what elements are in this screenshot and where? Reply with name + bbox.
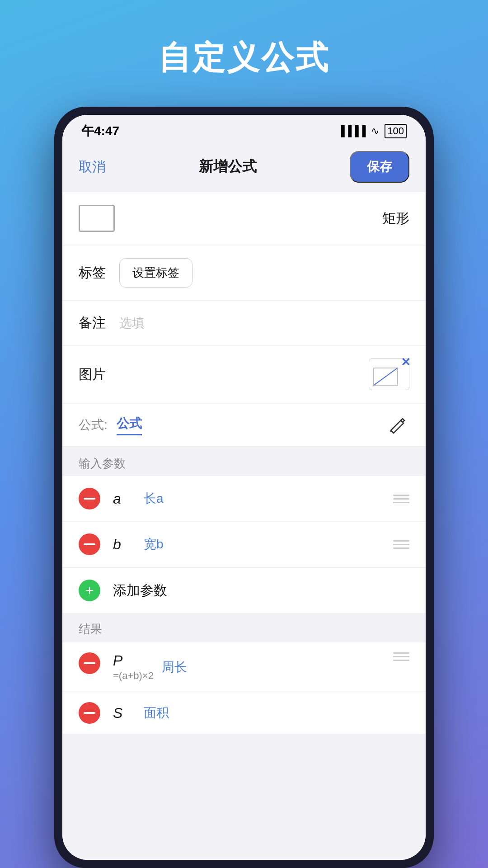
result-p-name: P	[113, 652, 154, 669]
results-section-header: 结果	[62, 613, 426, 642]
remove-param-a-button[interactable]	[79, 488, 100, 509]
image-diagonal-icon	[373, 368, 398, 386]
drag-handle-p[interactable]	[393, 652, 409, 661]
add-param-row[interactable]: + 添加参数	[62, 567, 426, 613]
param-b-desc: 宽b	[144, 536, 164, 553]
set-tag-button[interactable]: 设置标签	[119, 258, 192, 288]
image-row: 图片 ✕	[62, 346, 426, 403]
remove-result-p-button[interactable]	[79, 652, 100, 674]
status-icons: ▐▐▐▐ ∿ 100	[338, 124, 407, 138]
image-container[interactable]: ✕	[369, 359, 409, 390]
page-title-area: 自定义公式	[0, 0, 488, 107]
drag-handle-a[interactable]	[393, 495, 409, 503]
minus-icon	[84, 662, 95, 664]
result-row-s: S 面积	[62, 692, 426, 734]
drag-handle-b[interactable]	[393, 540, 409, 549]
status-bar: 午4:47 ▐▐▐▐ ∿ 100	[62, 115, 426, 144]
phone-frame: 午4:47 ▐▐▐▐ ∿ 100 取消 新增公式 保存 矩形	[54, 107, 434, 868]
minus-icon	[84, 498, 95, 500]
note-section: 备注 选填	[62, 301, 426, 345]
result-s-name-block: S	[113, 705, 136, 722]
edit-icon	[388, 416, 406, 434]
result-p-formula: =(a+b)×2	[113, 670, 154, 682]
formula-tab-row: 公式: 公式	[62, 404, 426, 447]
remove-result-s-button[interactable]	[79, 702, 100, 724]
wifi-icon: ∿	[371, 125, 379, 137]
status-time: 午4:47	[81, 123, 119, 140]
remove-param-b-button[interactable]	[79, 533, 100, 555]
content-area: 矩形 标签 设置标签 备注 选填 图片	[62, 192, 426, 860]
image-section: 图片 ✕	[62, 346, 426, 403]
tag-section: 标签 设置标签	[62, 245, 426, 300]
param-row-a: a 长a	[62, 476, 426, 522]
params-list: a 长a b 宽b	[62, 476, 426, 613]
params-section-header: 输入参数	[62, 448, 426, 476]
formula-edit-button[interactable]	[385, 413, 409, 437]
param-a-desc: 长a	[144, 490, 164, 507]
add-param-label: 添加参数	[113, 581, 167, 600]
note-placeholder[interactable]: 选填	[119, 315, 145, 332]
save-button[interactable]: 保存	[350, 151, 409, 183]
note-row: 备注 选填	[62, 301, 426, 345]
result-s-name: S	[113, 705, 136, 722]
nav-title: 新增公式	[199, 157, 257, 177]
signal-icon: ▐▐▐▐	[338, 125, 366, 137]
formula-section: 公式: 公式	[62, 404, 426, 447]
battery-icon: 100	[385, 124, 407, 138]
tag-label: 标签	[79, 264, 119, 282]
phone-inner: 午4:47 ▐▐▐▐ ∿ 100 取消 新增公式 保存 矩形	[62, 115, 426, 860]
svg-line-0	[373, 368, 398, 386]
tag-row: 标签 设置标签	[62, 245, 426, 300]
result-p-desc: 周长	[162, 659, 187, 676]
nav-bar: 取消 新增公式 保存	[62, 144, 426, 192]
shape-preview[interactable]	[79, 205, 115, 232]
result-p-name-block: P =(a+b)×2	[113, 652, 154, 682]
result-s-desc: 面积	[144, 704, 169, 722]
shape-section: 矩形	[62, 192, 426, 245]
minus-icon	[84, 543, 95, 545]
param-b-name: b	[113, 536, 136, 553]
image-label: 图片	[79, 365, 119, 384]
page-title: 自定义公式	[158, 36, 330, 80]
param-row-b: b 宽b	[62, 522, 426, 567]
add-param-button[interactable]: +	[79, 580, 100, 601]
result-row-p: P =(a+b)×2 周长	[62, 642, 426, 692]
image-remove-icon[interactable]: ✕	[399, 355, 413, 369]
shape-row: 矩形	[62, 192, 426, 245]
results-list: P =(a+b)×2 周长 S	[62, 642, 426, 734]
param-a-name: a	[113, 491, 136, 507]
formula-tab-active[interactable]: 公式	[117, 415, 142, 435]
formula-tab-prefix: 公式:	[79, 416, 108, 434]
minus-icon	[84, 712, 95, 714]
note-label: 备注	[79, 314, 119, 332]
cancel-button[interactable]: 取消	[79, 158, 106, 176]
shape-name: 矩形	[382, 209, 409, 228]
